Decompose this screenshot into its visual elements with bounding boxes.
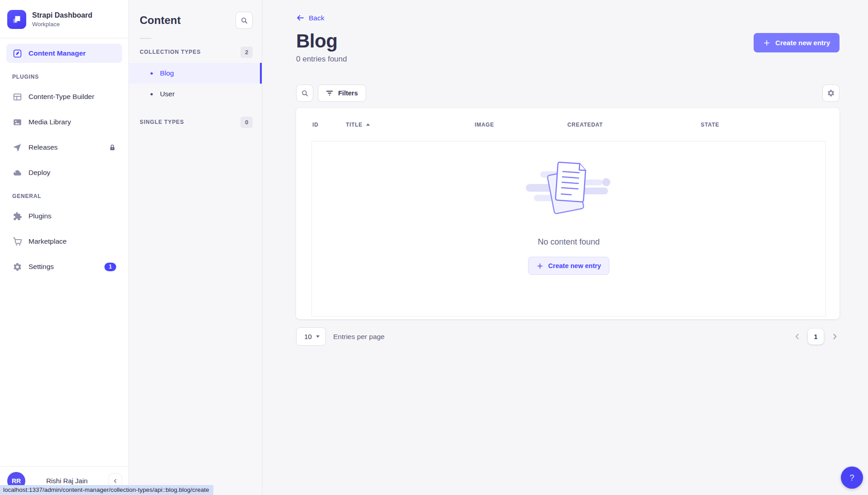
sidebar-section-plugins: PLUGINS <box>6 74 122 80</box>
user-name[interactable]: Rishi Raj Jain <box>33 477 101 485</box>
sidebar-item-media-library[interactable]: Media Library <box>6 113 122 132</box>
sidebar-item-marketplace[interactable]: Marketplace <box>6 232 122 251</box>
lock-icon <box>108 144 116 151</box>
entries-table: ID TITLE IMAGE CREATEDAT STATE <box>296 108 840 319</box>
sidebar-item-label: Media Library <box>28 118 71 126</box>
table-header-row: ID TITLE IMAGE CREATEDAT STATE <box>296 108 840 141</box>
status-url-bar: localhost:1337/admin/content-manager/col… <box>0 485 213 495</box>
empty-message: No content found <box>538 237 599 247</box>
content-subnav: Content COLLECTION TYPES 2 • Blog • User <box>129 0 262 495</box>
subnav-search-button[interactable] <box>236 12 253 29</box>
search-icon <box>241 17 248 24</box>
subnav-item-user[interactable]: • User <box>129 84 262 104</box>
media-library-icon <box>12 117 22 127</box>
empty-create-entry-button[interactable]: Create new entry <box>528 257 610 275</box>
plus-icon <box>763 39 770 47</box>
collection-types-count: 2 <box>241 47 253 58</box>
collection-types-label: COLLECTION TYPES <box>140 49 201 55</box>
create-entry-button[interactable]: Create new entry <box>754 33 840 52</box>
strapi-admin-app: Strapi Dashboard Workplace Content Manag… <box>0 0 868 495</box>
plugins-puzzle-icon <box>12 211 22 221</box>
title-block: Blog 0 entries found <box>296 30 347 64</box>
entries-count: 0 entries found <box>296 55 347 64</box>
bullet-icon: • <box>150 69 153 78</box>
page-size-value: 10 <box>304 333 312 340</box>
sidebar-item-deploy[interactable]: Deploy <box>6 163 122 182</box>
sidebar-item-label: Plugins <box>28 212 52 220</box>
marketplace-cart-icon <box>12 236 22 246</box>
filters-button[interactable]: Filters <box>318 85 366 102</box>
subnav-item-label: User <box>160 90 175 98</box>
sidebar-item-label: Marketplace <box>28 237 66 245</box>
page-title: Blog <box>296 30 347 52</box>
next-page-button[interactable] <box>830 332 840 342</box>
content-type-builder-icon <box>12 92 22 102</box>
subnav-title: Content <box>140 14 181 27</box>
sidebar-item-releases[interactable]: Releases <box>6 138 122 157</box>
filter-icon <box>326 90 333 96</box>
help-button[interactable]: ? <box>841 467 863 489</box>
sidebar-item-label: Settings <box>28 263 54 271</box>
view-settings-button[interactable] <box>822 85 840 102</box>
create-entry-label: Create new entry <box>775 39 830 47</box>
content-manager-icon <box>12 48 22 58</box>
chevron-right-icon <box>831 333 839 340</box>
column-header-state[interactable]: STATE <box>701 122 823 128</box>
settings-notification-badge: 1 <box>104 263 116 271</box>
page-number-button[interactable]: 1 <box>808 329 824 344</box>
releases-icon <box>12 142 22 152</box>
sidebar-item-content-manager[interactable]: Content Manager <box>6 44 122 63</box>
bullet-icon: • <box>150 90 153 99</box>
column-header-title[interactable]: TITLE <box>346 122 475 128</box>
empty-documents-illustration <box>522 158 615 220</box>
single-types-count: 0 <box>241 117 253 128</box>
back-link[interactable]: Back <box>296 14 324 22</box>
column-header-image[interactable]: IMAGE <box>475 122 567 128</box>
chevron-left-icon <box>793 333 801 340</box>
sidebar-section-general: GENERAL <box>6 193 122 199</box>
column-header-createdat[interactable]: CREATEDAT <box>567 122 701 128</box>
filters-label: Filters <box>338 90 358 97</box>
main-sidebar: Strapi Dashboard Workplace Content Manag… <box>0 0 129 495</box>
brand-title: Strapi Dashboard <box>32 11 92 19</box>
sidebar-item-label: Releases <box>28 143 58 151</box>
pagination-row: 10 Entries per page 1 <box>296 327 840 346</box>
empty-state: No content found Create new entry <box>311 141 826 316</box>
sidebar-item-label: Content-Type Builder <box>28 93 94 101</box>
search-icon <box>301 90 309 97</box>
chevron-down-icon <box>316 335 320 338</box>
column-header-id[interactable]: ID <box>312 122 346 128</box>
brand[interactable]: Strapi Dashboard Workplace <box>0 0 128 38</box>
brand-subtitle: Workplace <box>32 21 92 28</box>
sidebar-item-label: Content Manager <box>28 49 86 57</box>
subnav-item-label: Blog <box>160 69 174 77</box>
page-size-select[interactable]: 10 <box>296 327 326 346</box>
table-search-button[interactable] <box>296 85 313 102</box>
brand-text: Strapi Dashboard Workplace <box>32 11 92 28</box>
sidebar-item-settings[interactable]: Settings 1 <box>6 257 122 276</box>
entries-per-page-label: Entries per page <box>333 333 385 341</box>
previous-page-button[interactable] <box>792 332 802 342</box>
sidebar-nav: Content Manager PLUGINS Content-Type Bui… <box>0 38 128 283</box>
single-types-label: SINGLE TYPES <box>140 119 184 125</box>
sort-ascending-icon <box>366 123 370 126</box>
sidebar-item-plugins[interactable]: Plugins <box>6 207 122 226</box>
strapi-logo-icon <box>7 10 26 29</box>
sidebar-item-content-type-builder[interactable]: Content-Type Builder <box>6 87 122 106</box>
deploy-cloud-icon <box>12 168 22 178</box>
main-content: Back Blog 0 entries found Create new ent… <box>262 0 868 495</box>
sidebar-item-label: Deploy <box>28 169 50 177</box>
divider <box>140 38 151 39</box>
chevron-left-icon <box>113 478 118 484</box>
gear-icon <box>827 89 835 97</box>
back-label: Back <box>309 14 324 22</box>
settings-gear-icon <box>12 262 22 272</box>
plus-icon <box>537 263 543 269</box>
arrow-left-icon <box>296 14 305 22</box>
empty-create-entry-label: Create new entry <box>548 262 601 269</box>
subnav-item-blog[interactable]: • Blog <box>129 63 262 84</box>
